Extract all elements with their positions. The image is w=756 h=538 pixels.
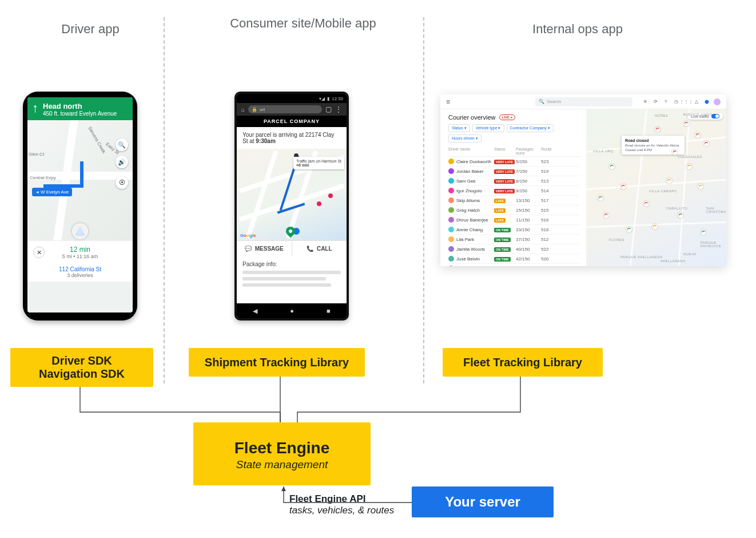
filter-chip[interactable]: Contractor Company ▾: [507, 124, 554, 132]
table-row[interactable]: Claire Duckworth VERY LATE 5/150 523: [448, 157, 580, 167]
clock-icon[interactable]: ◷: [673, 98, 679, 105]
map-pin-icon[interactable]: ⬤: [686, 164, 692, 169]
close-icon[interactable]: ✕: [642, 98, 648, 105]
avatar[interactable]: [714, 98, 721, 105]
map-area-label: PARQUE AVELLANEDA: [620, 255, 663, 259]
ops-map: Live traffic Road closedRoad closure on …: [586, 109, 726, 266]
map-pin-icon[interactable]: ⬤: [652, 224, 658, 230]
table-row[interactable]: Sam Gee VERY LATE 8/150 513: [448, 176, 580, 186]
filter-chip[interactable]: Vehicle type ▾: [472, 124, 504, 132]
nav-toward: toward Evelyn Avenue: [61, 110, 117, 117]
map-pin-icon[interactable]: ⬤: [626, 227, 632, 232]
table-row[interactable]: Greg Hatch LATE 15/150 515: [448, 205, 580, 215]
map-area-label: FLORES: [609, 238, 624, 242]
refresh-icon[interactable]: ⟳: [652, 98, 659, 105]
ops-dashboard-mock: ≡ 🔍Search ✕ ⟳ ? ◷ ⋮⋮⋮ △ ⬣ Courier overvi…: [440, 94, 726, 266]
map-pin-icon[interactable]: ⬤: [643, 201, 649, 207]
consumer-map: Traffic jam on Harrison St +6 min Google: [237, 149, 347, 240]
back-icon[interactable]: ◀: [253, 307, 257, 315]
map-pin-icon[interactable]: ⬤: [655, 126, 660, 132]
turn-arrow-icon: ↑: [32, 102, 38, 117]
clock: 12:30: [332, 96, 343, 101]
column-header-consumer: Consumer site/Mobile app: [229, 16, 377, 31]
phone-icon: 📞: [307, 246, 313, 252]
close-icon[interactable]: ✕: [33, 247, 45, 258]
driver-phone-mock: ↑ Head north 450 ft. toward Evelyn Avenu…: [23, 92, 137, 321]
map-area-label: AVELLANEDA: [660, 259, 686, 263]
table-row[interactable]: José Belvin ON TIME 42/150 520: [448, 254, 580, 264]
map-pin-icon[interactable]: ⬤: [598, 195, 603, 201]
table-row[interactable]: Annie Chang ON TIME 33/150 518: [448, 225, 580, 235]
map-pin-icon[interactable]: ⬤: [695, 132, 701, 138]
traffic-dot-icon: [328, 193, 333, 198]
eta-bar: ✕ 12 min 5 mi • 11:16 am: [27, 240, 133, 264]
menu-icon[interactable]: ≡: [446, 98, 450, 106]
recenter-icon[interactable]: ⦿: [116, 176, 128, 189]
filter-chip[interactable]: Status ▾: [448, 124, 470, 132]
home-icon[interactable]: ⌂: [241, 106, 245, 113]
nav-distance: 450 ft.: [43, 110, 59, 117]
divider-2: [423, 17, 424, 383]
dashboard-topbar: ≡ 🔍Search ✕ ⟳ ? ◷ ⋮⋮⋮ △ ⬣: [440, 94, 726, 109]
vehicle-cursor-icon: [75, 227, 85, 236]
map-pin-icon[interactable]: ⬤: [678, 212, 683, 218]
current-street-pill: W Evelyn Ave: [32, 188, 72, 196]
map-pin-icon[interactable]: ⬤: [703, 141, 709, 147]
map-pin-icon[interactable]: ⬤: [672, 149, 678, 155]
arrival-message: Your parcel is arriving at 22174 Clay St…: [237, 127, 347, 149]
panel-title: Courier overviewLIVE ●: [448, 114, 580, 121]
table-header: Driver nameStatusPackages doneRoute: [448, 146, 580, 157]
map-pin-icon[interactable]: ⬤: [620, 184, 626, 189]
message-button[interactable]: 💬MESSAGE: [237, 241, 292, 256]
filter-chip[interactable]: Hours driven ▾: [448, 134, 482, 143]
search-icon: 🔍: [539, 99, 544, 104]
account-switcher-icon[interactable]: ⬣: [703, 98, 710, 105]
map-area-label: NÚÑEZ: [655, 114, 668, 117]
fleet-tracking-box: Fleet Tracking Library: [443, 348, 603, 377]
map-pin-icon[interactable]: ⬤: [698, 184, 703, 189]
zoom-icon[interactable]: 🔍: [116, 139, 128, 151]
courier-table-panel: Courier overviewLIVE ● Status ▾Vehicle t…: [440, 109, 586, 266]
table-row[interactable]: Skip Allums LATE 13/150 517: [448, 196, 580, 205]
status-bar: ▾◢ ▮ 12:30: [237, 94, 347, 103]
home-nav-icon[interactable]: ●: [290, 307, 294, 314]
table-row[interactable]: Jordan Baker VERY LATE 7/150 519: [448, 167, 580, 176]
wifi-icon: ▾◢: [319, 96, 325, 101]
brand-header: PARCEL COMPANY: [237, 116, 347, 127]
google-logo: Google: [240, 233, 256, 238]
tabs-icon[interactable]: ▢: [325, 105, 332, 113]
next-stop-strip[interactable]: 112 California St 3 deliveries: [27, 264, 133, 282]
table-row[interactable]: Jamila Woods ON TIME 40/150 522: [448, 244, 580, 254]
eta-time: 12 min: [50, 246, 110, 254]
driver-sdk-box: Driver SDK Navigation SDK: [10, 348, 153, 387]
column-header-driver: Driver app: [16, 22, 165, 37]
fleet-engine-api-label: Fleet Engine API tasks, vehicles, & rout…: [289, 493, 394, 516]
kebab-icon[interactable]: ⋮: [335, 105, 342, 113]
help-icon[interactable]: ?: [662, 98, 669, 105]
map-pin-icon[interactable]: ⬤: [701, 230, 706, 235]
column-header-ops: Internal ops app: [503, 22, 652, 37]
sound-icon[interactable]: 🔊: [116, 156, 128, 168]
table-row[interactable]: Dhruv Banerjee LATE 11/150 516: [448, 215, 580, 225]
map-area-label: VILLA CRESPO: [649, 189, 677, 193]
bell-icon[interactable]: △: [693, 98, 700, 105]
search-input[interactable]: 🔍Search: [535, 97, 632, 106]
url-field[interactable]: 🔒url: [248, 105, 322, 113]
map-pin-icon[interactable]: ⬤: [683, 121, 689, 126]
table-row[interactable]: Lila Park ON TIME 37/150 512: [448, 235, 580, 244]
recents-icon[interactable]: ■: [327, 307, 331, 314]
shipment-tracking-box: Shipment Tracking Library: [189, 348, 365, 377]
map-pin-icon[interactable]: ⬤: [603, 212, 609, 218]
street-label-expy: Central Expy: [30, 175, 56, 180]
table-row[interactable]: Luke Bryan EARLY 55/150 521: [448, 264, 580, 266]
call-button[interactable]: 📞CALL: [292, 241, 347, 256]
live-badge: LIVE ●: [499, 114, 516, 120]
apps-icon[interactable]: ⋮⋮⋮: [683, 98, 690, 105]
table-row[interactable]: Igor Zhogolo VERY LATE 9/150 514: [448, 186, 580, 196]
map-pin-icon[interactable]: ⬤: [666, 178, 672, 184]
battery-icon: ▮: [327, 96, 329, 101]
map-pin-icon[interactable]: ⬤: [609, 164, 615, 169]
fleet-engine-box: Fleet Engine State management: [193, 422, 371, 485]
message-icon: 💬: [245, 246, 252, 252]
traffic-dot-icon: [317, 201, 321, 206]
